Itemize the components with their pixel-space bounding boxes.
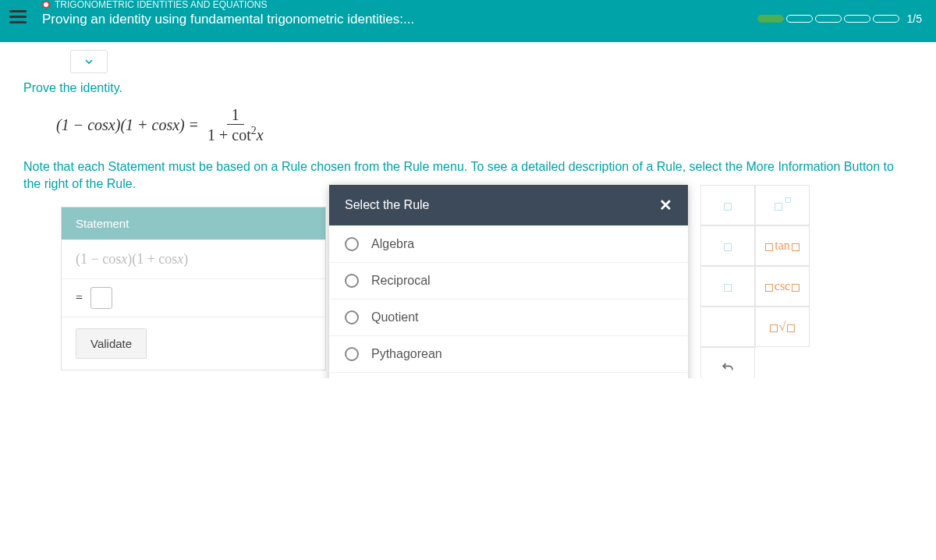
rule-option-reciprocal[interactable]: Reciprocal bbox=[329, 262, 688, 299]
progress-seg bbox=[815, 15, 842, 23]
progress-seg bbox=[786, 15, 813, 23]
tool-placeholder-1[interactable] bbox=[700, 185, 755, 225]
identity-expression: (1 − cosx)(1 + cosx) = 1 1 + cot2x bbox=[56, 106, 913, 144]
progress-bars bbox=[757, 15, 899, 23]
statement-starting-expression: (1 − cosx)(1 + cosx) bbox=[62, 239, 325, 278]
tool-csc[interactable]: csc bbox=[755, 266, 810, 307]
progress-indicator: 1/5 bbox=[757, 12, 922, 25]
validate-button[interactable]: Validate bbox=[76, 328, 147, 359]
tool-sqrt[interactable]: √ bbox=[755, 307, 810, 347]
progress-label: 1/5 bbox=[907, 12, 922, 25]
rule-modal-title: Select the Rule bbox=[345, 198, 430, 212]
progress-seg bbox=[844, 15, 870, 23]
progress-seg bbox=[873, 15, 899, 23]
radio-icon bbox=[345, 274, 359, 288]
progress-seg bbox=[757, 15, 784, 23]
equals-label: = bbox=[76, 291, 83, 305]
rule-option-pythagorean[interactable]: Pythagorean bbox=[329, 335, 688, 372]
rule-option-algebra[interactable]: Algebra bbox=[329, 225, 688, 262]
content-area: Prove the identity. (1 − cosx)(1 + cosx)… bbox=[0, 73, 936, 378]
page-title: Proving an identity using fundamental tr… bbox=[42, 12, 414, 27]
rule-select-modal: Select the Rule ✕ Algebra Reciprocal Quo… bbox=[329, 185, 688, 378]
expression-input[interactable] bbox=[90, 287, 112, 309]
radio-icon bbox=[345, 347, 359, 361]
chevron-down-icon bbox=[83, 55, 95, 68]
undo-button[interactable] bbox=[700, 347, 755, 378]
radio-icon bbox=[345, 310, 359, 324]
breadcrumb: TRIGONOMETRIC IDENTITIES AND EQUATIONS bbox=[42, 0, 414, 10]
collapse-toggle[interactable] bbox=[70, 50, 108, 73]
menu-button[interactable] bbox=[9, 10, 27, 23]
radio-icon bbox=[345, 237, 359, 251]
tool-tan[interactable]: tan bbox=[755, 225, 810, 266]
statement-header: Statement bbox=[62, 207, 325, 239]
statement-input-row: = bbox=[62, 278, 325, 317]
breadcrumb-dot-icon bbox=[42, 1, 50, 9]
tool-placeholder-3[interactable] bbox=[700, 266, 755, 307]
tool-palette: tan csc √ bbox=[700, 185, 833, 378]
rule-option-quotient[interactable]: Quotient bbox=[329, 299, 688, 335]
rule-option-oddeven[interactable]: Odd/Even bbox=[329, 372, 688, 378]
prove-label: Prove the identity. bbox=[23, 81, 913, 95]
undo-icon bbox=[720, 360, 736, 375]
tool-exponent[interactable] bbox=[755, 185, 810, 225]
app-header: TRIGONOMETRIC IDENTITIES AND EQUATIONS P… bbox=[0, 0, 936, 42]
tool-placeholder-2[interactable] bbox=[700, 225, 755, 266]
statement-panel: Statement (1 − cosx)(1 + cosx) = Validat… bbox=[61, 207, 326, 370]
close-button[interactable]: ✕ bbox=[659, 196, 672, 214]
